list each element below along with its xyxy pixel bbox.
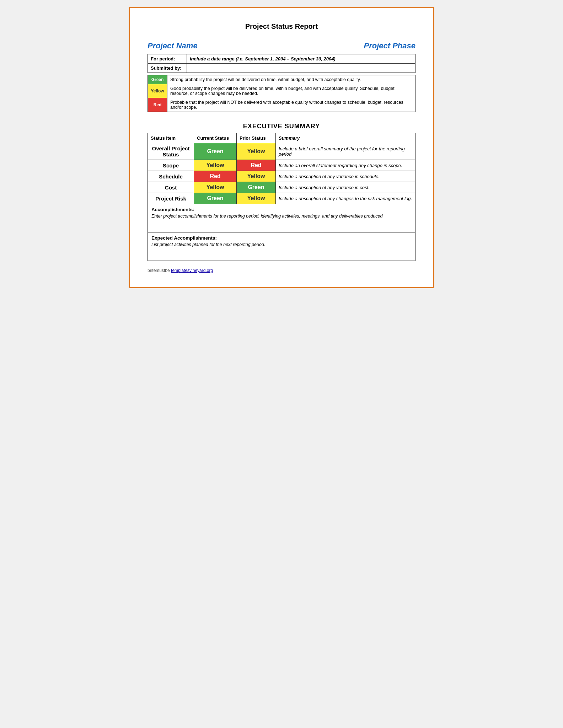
- summary-cell: Include a brief overall summary of the p…: [276, 143, 415, 160]
- legend-green-cell: Green: [148, 75, 167, 84]
- executive-summary-table: Status Item Current Status Prior Status …: [148, 133, 415, 204]
- for-period-value: Include a date range (i.e. September 1, …: [187, 54, 415, 64]
- accomplishments-section: Accomplishments: Enter project accomplis…: [148, 204, 415, 232]
- table-row: Overall Project StatusGreenYellowInclude…: [148, 143, 415, 160]
- col-header-prior: Prior Status: [237, 133, 276, 143]
- prior-status-cell: Green: [237, 182, 276, 193]
- expected-accomplishments-section: Expected Accomplishments: List project a…: [148, 232, 415, 261]
- table-row: CostYellowGreenInclude a description of …: [148, 182, 415, 193]
- status-item-cell: Project Risk: [148, 193, 194, 204]
- project-phase-label: Project Phase: [364, 41, 415, 50]
- project-name-label: Project Name: [148, 41, 198, 50]
- table-row: ScheduleRedYellowInclude a description o…: [148, 171, 415, 182]
- legend-red-cell: Red: [148, 98, 167, 112]
- col-header-status-item: Status Item: [148, 133, 194, 143]
- legend-row-green: Green Strong probability the project wil…: [148, 75, 415, 84]
- legend-table: Green Strong probability the project wil…: [148, 75, 415, 112]
- submitted-by-value: [187, 64, 415, 73]
- prior-status-cell: Yellow: [237, 171, 276, 182]
- summary-cell: Include a description of any variance in…: [276, 171, 415, 182]
- current-status-cell: Red: [194, 171, 237, 182]
- prior-status-cell: Yellow: [237, 193, 276, 204]
- table-row: ScopeYellowRedInclude an overall stateme…: [148, 160, 415, 171]
- accomplishments-text: Enter project accomplishments for the re…: [151, 214, 412, 219]
- current-status-cell: Green: [194, 143, 237, 160]
- header-row: Project Name Project Phase: [148, 41, 415, 50]
- legend-row-red: Red Probable that the project will NOT b…: [148, 98, 415, 112]
- legend-yellow-desc: Good probability the project will be del…: [167, 84, 415, 98]
- status-item-cell: Scope: [148, 160, 194, 171]
- table-row: Submitted by:: [148, 64, 415, 73]
- current-status-cell: Yellow: [194, 160, 237, 171]
- page-title: Project Status Report: [148, 22, 415, 31]
- legend-green-desc: Strong probability the project will be d…: [167, 75, 415, 84]
- prior-status-cell: Red: [237, 160, 276, 171]
- footer-link[interactable]: templatesvineyard.org: [171, 268, 213, 273]
- page-wrapper: Project Status Report Project Name Proje…: [129, 7, 434, 288]
- info-table: For period: Include a date range (i.e. S…: [148, 54, 415, 73]
- expected-text: List project activities planned for the …: [151, 242, 412, 247]
- status-item-cell: Overall Project Status: [148, 143, 194, 160]
- legend-row-yellow: Yellow Good probability the project will…: [148, 84, 415, 98]
- for-period-label: For period:: [148, 54, 187, 64]
- legend-yellow-cell: Yellow: [148, 84, 167, 98]
- status-item-cell: Schedule: [148, 171, 194, 182]
- summary-cell: Include an overall statement regarding a…: [276, 160, 415, 171]
- current-status-cell: Green: [194, 193, 237, 204]
- exec-table-header: Status Item Current Status Prior Status …: [148, 133, 415, 143]
- expected-title: Expected Accomplishments:: [151, 235, 412, 241]
- status-item-cell: Cost: [148, 182, 194, 193]
- current-status-cell: Yellow: [194, 182, 237, 193]
- accomplishments-title: Accomplishments:: [151, 207, 412, 212]
- footer-prefix: britemustbe: [148, 268, 170, 273]
- col-header-current: Current Status: [194, 133, 237, 143]
- legend-red-desc: Probable that the project will NOT be de…: [167, 98, 415, 112]
- submitted-by-label: Submitted by:: [148, 64, 187, 73]
- summary-cell: Include a description of any changes to …: [276, 193, 415, 204]
- summary-cell: Include a description of any variance in…: [276, 182, 415, 193]
- footer: britemustbe templatesvineyard.org: [148, 268, 415, 273]
- prior-status-cell: Yellow: [237, 143, 276, 160]
- executive-summary-title: EXECUTIVE SUMMARY: [148, 123, 415, 130]
- table-row: Project RiskGreenYellowInclude a descrip…: [148, 193, 415, 204]
- col-header-summary: Summary: [276, 133, 415, 143]
- table-row: For period: Include a date range (i.e. S…: [148, 54, 415, 64]
